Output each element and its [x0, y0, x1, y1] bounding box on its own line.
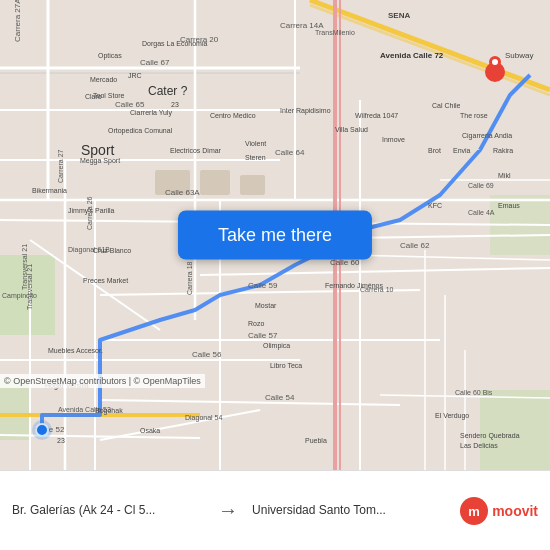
svg-rect-4 [480, 390, 550, 470]
svg-text:Rozo: Rozo [248, 320, 264, 327]
svg-text:Calle 62: Calle 62 [400, 241, 430, 250]
svg-text:Rakira: Rakira [493, 147, 513, 154]
svg-text:Calle 63A: Calle 63A [165, 188, 200, 197]
svg-text:Mikl: Mikl [498, 172, 511, 179]
moovit-logo: m moovit [452, 497, 538, 525]
route-arrow: → [212, 499, 244, 522]
svg-text:Preces Market: Preces Market [83, 277, 128, 284]
svg-text:Emaus: Emaus [498, 202, 520, 209]
svg-text:Bikermania: Bikermania [32, 187, 67, 194]
svg-text:Muebles Accesor.: Muebles Accesor. [48, 347, 103, 354]
svg-text:Calle 54: Calle 54 [265, 393, 295, 402]
svg-point-126 [32, 420, 52, 440]
svg-text:Ortopedica Comunal: Ortopedica Comunal [108, 127, 173, 135]
svg-text:TransMilenio: TransMilenio [315, 29, 355, 36]
svg-text:KFC: KFC [428, 202, 442, 209]
moovit-text: moovit [492, 503, 538, 519]
svg-text:Subway: Subway [505, 51, 533, 60]
bottom-bar: Br. Galerías (Ak 24 - Cl 5... → Universi… [0, 470, 550, 550]
svg-text:Brot: Brot [428, 147, 441, 154]
svg-text:Sport: Sport [81, 142, 115, 158]
svg-text:The rose: The rose [460, 112, 488, 119]
svg-text:Osaka: Osaka [140, 427, 160, 434]
svg-text:Cal Chile: Cal Chile [432, 102, 461, 109]
svg-text:Envia: Envia [453, 147, 471, 154]
svg-text:Puebla: Puebla [305, 437, 327, 444]
svg-text:Claro: Claro [85, 93, 102, 100]
svg-text:Inter Rapidisimo: Inter Rapidisimo [280, 107, 331, 115]
take-me-there-button[interactable]: Take me there [178, 211, 372, 260]
svg-text:Opticas: Opticas [98, 52, 122, 60]
svg-text:Wilfreda 1047: Wilfreda 1047 [355, 112, 398, 119]
route-end: Universidad Santo Tom... [252, 503, 444, 519]
svg-rect-2 [0, 380, 30, 440]
svg-text:SENA: SENA [388, 11, 410, 20]
svg-text:Campincito: Campincito [2, 292, 37, 300]
svg-text:Calle 4A: Calle 4A [468, 209, 495, 216]
route-info: Br. Galerías (Ak 24 - Cl 5... → Universi… [0, 497, 550, 525]
svg-rect-40 [200, 170, 230, 195]
svg-text:Calle 57: Calle 57 [248, 331, 278, 340]
svg-text:Diagonal 54: Diagonal 54 [185, 414, 222, 422]
svg-text:23: 23 [171, 101, 179, 108]
svg-text:Carrera 18: Carrera 18 [186, 261, 193, 295]
svg-text:Cruz Blanco: Cruz Blanco [93, 247, 131, 254]
svg-text:Mercado: Mercado [90, 76, 117, 83]
svg-text:Carrera 27: Carrera 27 [57, 149, 64, 183]
moovit-icon: m [460, 497, 488, 525]
svg-text:Calle 64: Calle 64 [275, 148, 305, 157]
svg-text:Centro Medico: Centro Medico [210, 112, 256, 119]
svg-text:m: m [468, 504, 480, 519]
svg-text:JRC: JRC [128, 72, 142, 79]
svg-text:Calle 60 Bis: Calle 60 Bis [455, 389, 493, 396]
route-start: Br. Galerías (Ak 24 - Cl 5... [12, 503, 204, 519]
svg-text:Cigarreria Andia: Cigarreria Andia [462, 132, 512, 140]
svg-text:Dorgas La Economia: Dorgas La Economia [142, 40, 207, 48]
svg-text:23: 23 [57, 437, 65, 444]
svg-text:Calle 67: Calle 67 [140, 58, 170, 67]
svg-text:Jimmy's Parilla: Jimmy's Parilla [68, 207, 115, 215]
svg-text:Villa Salud: Villa Salud [335, 126, 368, 133]
svg-text:Calle 65: Calle 65 [115, 100, 145, 109]
svg-text:Electricos Dimar: Electricos Dimar [170, 147, 222, 154]
map-attribution: © OpenStreetMap contributors | © OpenMap… [0, 374, 205, 388]
svg-text:Steren: Steren [245, 154, 266, 161]
svg-rect-41 [240, 175, 265, 195]
svg-text:Mostar: Mostar [255, 302, 277, 309]
svg-text:Violent: Violent [245, 140, 266, 147]
svg-text:Cater ?: Cater ? [148, 84, 188, 98]
svg-text:Carrera 27A: Carrera 27A [13, 0, 22, 42]
svg-point-124 [492, 59, 498, 65]
svg-text:Calle 59: Calle 59 [248, 281, 278, 290]
svg-text:Fernando Jiménos: Fernando Jiménos [325, 282, 383, 289]
svg-text:Transversal 21: Transversal 21 [26, 264, 33, 310]
map-container: Carrera 27A Calle 67 Calle 65 Calle 63A … [0, 0, 550, 470]
svg-text:Libro Teca: Libro Teca [270, 362, 302, 369]
svg-text:Inmove: Inmove [382, 136, 405, 143]
svg-text:Olimpica: Olimpica [263, 342, 290, 350]
svg-text:Calle 69: Calle 69 [468, 182, 494, 189]
svg-text:Calle 56: Calle 56 [192, 350, 222, 359]
svg-text:Las Delicias: Las Delicias [460, 442, 498, 449]
svg-text:El Verdugo: El Verdugo [435, 412, 469, 420]
svg-text:Avenida Calle 72: Avenida Calle 72 [380, 51, 444, 60]
svg-text:Bogohak: Bogohak [95, 407, 123, 415]
svg-text:Megga Sport: Megga Sport [80, 157, 120, 165]
svg-text:Ciarrerla Yuly: Ciarrerla Yuly [130, 109, 172, 117]
svg-text:Sendero Quebrada: Sendero Quebrada [460, 432, 520, 440]
